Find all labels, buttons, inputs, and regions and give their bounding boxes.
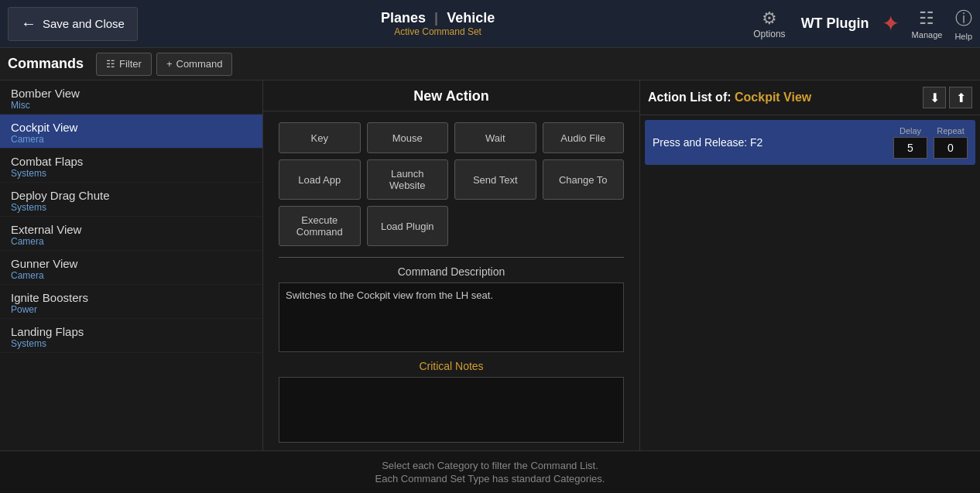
help-label: Help: [954, 32, 972, 41]
delay-input[interactable]: [893, 137, 927, 159]
critical-notes-input[interactable]: [279, 377, 624, 443]
delay-group: Delay: [893, 126, 927, 159]
move-down-button[interactable]: ⬇: [923, 87, 946, 108]
header-title: Planes | Vehicle: [381, 10, 495, 26]
save-close-button[interactable]: ← Save and Close: [8, 7, 138, 41]
command-name: Landing Flaps: [11, 325, 252, 338]
command-name: Bomber View: [11, 87, 252, 100]
command-name: Deploy Drag Chute: [11, 189, 252, 202]
command-category: Power: [11, 304, 252, 315]
command-category: Camera: [11, 236, 252, 247]
launch-website-button[interactable]: Launch Website: [367, 159, 449, 200]
list-item[interactable]: Combat Flaps Systems: [0, 149, 262, 183]
manage-button[interactable]: ☷ Manage: [912, 9, 943, 39]
new-action-panel: New Action Key Mouse Wait Audio File Loa…: [263, 80, 639, 450]
command-name: Gunner View: [11, 257, 252, 270]
header: ← Save and Close Planes | Vehicle Active…: [0, 0, 980, 48]
help-icon: ⓘ: [955, 7, 972, 30]
load-plugin-button[interactable]: Load Plugin: [367, 206, 449, 246]
divider: [279, 257, 624, 258]
gear-icon: ⚙: [762, 9, 777, 29]
action-list-header: Action List of: Cockpit View ⬇ ⬆: [640, 80, 980, 115]
repeat-input[interactable]: [934, 137, 968, 159]
load-app-button[interactable]: Load App: [279, 159, 361, 200]
repeat-label: Repeat: [937, 126, 964, 135]
command-category: Misc: [11, 100, 252, 111]
footer: Select each Category to filter the Comma…: [0, 450, 980, 493]
mouse-button[interactable]: Mouse: [367, 122, 449, 153]
action-row[interactable]: Press and Release: F2 Delay Repeat: [645, 120, 975, 165]
footer-line1: Select each Category to filter the Comma…: [382, 460, 598, 471]
command-category: Systems: [11, 202, 252, 213]
command-name: Combat Flaps: [11, 155, 252, 168]
header-right: WT Plugin ✦ ☷ Manage ⓘ Help: [801, 7, 972, 41]
save-close-label: Save and Close: [43, 17, 125, 30]
command-label: Command: [176, 58, 223, 70]
plus-icon: +: [166, 58, 173, 70]
manage-label: Manage: [912, 30, 943, 39]
list-item[interactable]: Cockpit View Camera: [0, 115, 262, 149]
action-row-controls: Delay Repeat: [893, 126, 968, 159]
command-category: Systems: [11, 168, 252, 179]
filter-button[interactable]: ☷ Filter: [96, 53, 152, 76]
change-to-button[interactable]: Change To: [543, 159, 625, 200]
command-name: Cockpit View: [11, 121, 252, 134]
wait-button[interactable]: Wait: [454, 122, 536, 153]
list-item[interactable]: External View Camera: [0, 217, 262, 251]
critical-notes-label: Critical Notes: [263, 360, 639, 372]
action-list-title: Action List of: Cockpit View: [648, 91, 920, 104]
manage-icon: ☷: [919, 9, 934, 29]
list-item[interactable]: Bomber View Misc: [0, 80, 262, 115]
header-center: Planes | Vehicle Active Command Set: [138, 10, 738, 37]
command-name: Ignite Boosters: [11, 291, 252, 304]
active-command-set: Active Command Set: [394, 26, 481, 37]
action-list-title-text: Action List of:: [648, 91, 732, 104]
list-item[interactable]: Landing Flaps Systems: [0, 319, 262, 353]
send-text-button[interactable]: Send Text: [454, 159, 536, 200]
key-button[interactable]: Key: [279, 122, 361, 153]
audio-file-button[interactable]: Audio File: [543, 122, 625, 153]
add-command-button[interactable]: + Command: [156, 53, 233, 76]
title-planes: Planes: [381, 10, 426, 26]
wt-logo-icon: ✦: [882, 11, 899, 36]
move-up-button[interactable]: ⬆: [949, 87, 972, 108]
arrow-left-icon: ←: [21, 15, 36, 33]
toolbar: Commands ☷ Filter + Command: [0, 48, 980, 80]
action-list-panel: Action List of: Cockpit View ⬇ ⬆ Press a…: [639, 80, 980, 450]
title-separator: |: [434, 10, 438, 26]
options-label: Options: [753, 29, 785, 39]
command-name: External View: [11, 223, 252, 236]
wt-plugin-label: WT Plugin: [801, 15, 869, 32]
action-buttons-grid: Key Mouse Wait Audio File Load App Launc…: [263, 111, 639, 257]
command-category: Camera: [11, 134, 252, 145]
filter-icon: ☷: [106, 58, 115, 70]
command-description-input[interactable]: [279, 282, 624, 352]
filter-label: Filter: [119, 58, 142, 70]
commands-list: Bomber View Misc Cockpit View Camera Com…: [0, 80, 263, 450]
list-item[interactable]: Ignite Boosters Power: [0, 285, 262, 319]
command-category: Camera: [11, 270, 252, 281]
list-item[interactable]: Gunner View Camera: [0, 251, 262, 285]
help-button[interactable]: ⓘ Help: [954, 7, 972, 41]
delay-label: Delay: [899, 126, 921, 135]
list-item[interactable]: Deploy Drag Chute Systems: [0, 183, 262, 217]
new-action-title: New Action: [263, 80, 639, 111]
repeat-group: Repeat: [934, 126, 968, 159]
options-button[interactable]: ⚙ Options: [753, 9, 785, 39]
execute-command-button[interactable]: Execute Command: [279, 206, 361, 246]
action-list-command-name: Cockpit View: [735, 91, 811, 104]
title-vehicle: Vehicle: [447, 10, 495, 26]
footer-line2: Each Command Set Type has standard Categ…: [375, 473, 605, 484]
command-description-label: Command Description: [263, 265, 639, 278]
main-area: Bomber View Misc Cockpit View Camera Com…: [0, 80, 980, 450]
commands-label: Commands: [8, 56, 84, 72]
command-category: Systems: [11, 338, 252, 349]
action-row-text: Press and Release: F2: [653, 136, 893, 149]
